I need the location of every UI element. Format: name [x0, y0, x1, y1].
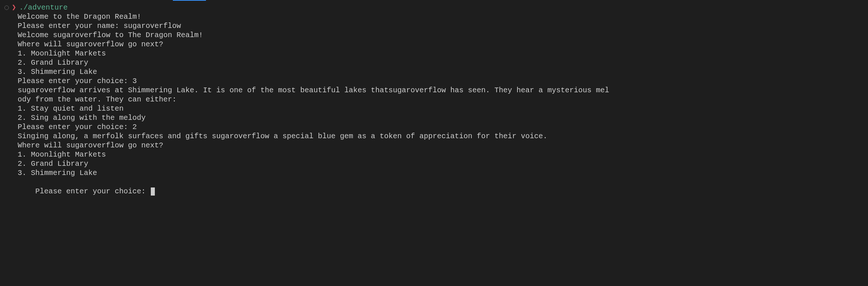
output-line: 1. Moonlight Markets [4, 49, 864, 58]
output-line: Where will sugaroverflow go next? [4, 40, 864, 49]
output-line: 1. Stay quiet and listen [4, 104, 864, 113]
terminal-panel[interactable]: ❯ ./adventure Welcome to the Dragon Real… [0, 0, 868, 208]
output-line: ody from the water. They can either: [4, 95, 864, 104]
output-line: 2. Grand Library [4, 58, 864, 67]
input-prompt-line[interactable]: Please enter your choice: [4, 178, 864, 205]
output-line: Please enter your choice: 2 [4, 122, 864, 132]
output-line: Welcome sugaroverflow to The Dragon Real… [4, 31, 864, 40]
output-line: Please enter your choice: 3 [4, 76, 864, 86]
output-line: sugaroverflow arrives at Shimmering Lake… [4, 86, 864, 95]
output-line: Singing along, a merfolk surfaces and gi… [4, 132, 864, 141]
cursor-icon [151, 187, 155, 196]
output-line: 2. Grand Library [4, 159, 864, 168]
prompt-line: ❯ ./adventure [4, 3, 864, 12]
status-circle-icon [4, 6, 9, 10]
prompt-arrow-icon: ❯ [12, 3, 16, 12]
command-text: ./adventure [19, 3, 68, 12]
input-prompt-text: Please enter your choice: [35, 187, 150, 196]
output-line: 3. Shimmering Lake [4, 67, 864, 76]
output-line: 3. Shimmering Lake [4, 168, 864, 178]
output-line: Please enter your name: sugaroverflow [4, 21, 864, 31]
output-line: Where will sugaroverflow go next? [4, 141, 864, 150]
output-line: 2. Sing along with the melody [4, 113, 864, 122]
output-line: Welcome to the Dragon Realm! [4, 12, 864, 21]
active-tab-indicator [173, 0, 206, 1]
output-line: 1. Moonlight Markets [4, 150, 864, 159]
